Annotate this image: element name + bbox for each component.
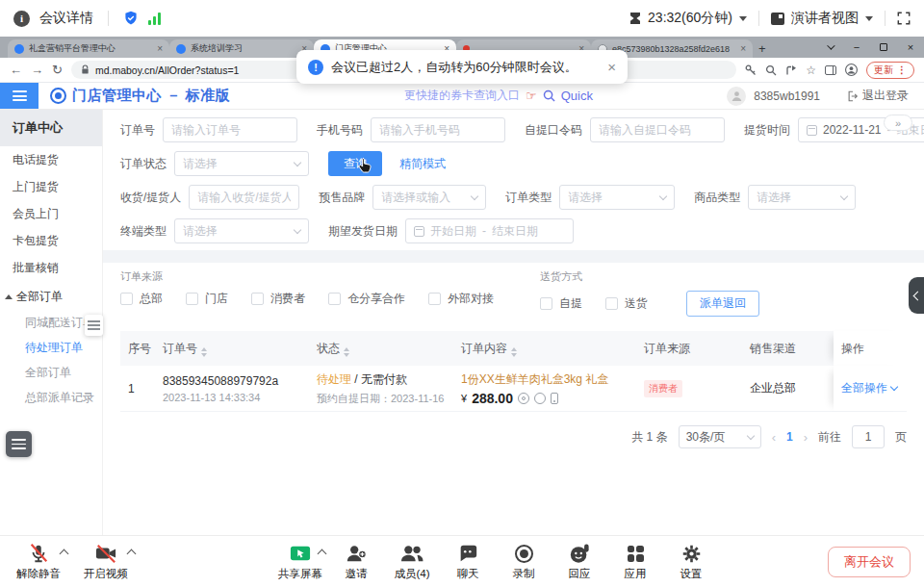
order-no-input[interactable] [163, 117, 297, 142]
sidebar-item-batch-verify[interactable]: 批量核销 [0, 254, 102, 281]
side-panel-icon[interactable] [825, 65, 836, 75]
ship-end-date-placeholder[interactable]: 结束日期 [492, 223, 538, 240]
checkbox-store[interactable]: 门店 [186, 291, 228, 307]
header-status[interactable]: 状态 [309, 341, 453, 357]
sidebar-item-phone-pickup[interactable]: 电话提货 [0, 146, 102, 173]
header-content[interactable]: 订单内容 [453, 341, 636, 357]
bookmark-star-icon[interactable]: ☆ [806, 64, 816, 76]
sidebar-item-door-pickup[interactable]: 上门提货 [0, 173, 102, 200]
apps-button[interactable]: 应用 [612, 542, 658, 581]
ship-start-date-placeholder[interactable]: 开始日期 [430, 223, 476, 240]
ship-date-range-picker[interactable]: 开始日期 - 结束日期 [405, 218, 574, 243]
invite-button[interactable]: 邀请 [333, 542, 379, 581]
share-screen-button[interactable]: 共享屏幕 [277, 542, 323, 581]
sidebar-subitem-all-orders[interactable]: 全部订单 [0, 360, 102, 385]
chat-button[interactable]: 聊天 [445, 542, 491, 581]
current-page[interactable]: 1 [786, 430, 793, 444]
goods-type-select[interactable]: 请选择 [748, 185, 856, 210]
sidebar-item-member-visit[interactable]: 会员上门 [0, 200, 102, 227]
network-signal-icon[interactable] [148, 13, 161, 25]
checkbox-delivery[interactable]: 送货 [605, 295, 648, 312]
order-gift-icon[interactable] [534, 393, 546, 404]
sidebar-subitem-hq-dispatch[interactable]: 总部派单记录 [0, 385, 102, 410]
sort-icon[interactable] [201, 347, 207, 357]
zoom-icon[interactable] [765, 64, 777, 76]
tab-close-icon[interactable]: × [740, 43, 746, 54]
collapsed-panel-handle[interactable] [909, 277, 924, 314]
sidebar-item-card-pickup[interactable]: 卡包提货 [0, 227, 102, 254]
unmute-button[interactable]: 解除静音 [12, 542, 65, 581]
quick-search-icon[interactable] [543, 89, 555, 102]
sidebar-drag-handle[interactable] [85, 315, 103, 336]
browser-update-button[interactable]: 更新 ⋮ [866, 62, 914, 79]
view-layout-icon[interactable] [771, 13, 784, 25]
sort-icon[interactable] [344, 347, 349, 357]
window-close-button[interactable]: × [897, 37, 924, 58]
mic-options-chevron-icon[interactable] [60, 549, 69, 559]
quick-label[interactable]: Quick [561, 89, 593, 103]
pickup-code-input[interactable] [590, 117, 725, 142]
sidebar-group-all-orders[interactable]: 全部订单 [0, 283, 102, 310]
browser-tab-1[interactable]: 礼盒营销平台管理中心 × [8, 39, 169, 58]
username-label[interactable]: 8385wb1991 [754, 89, 820, 103]
all-actions-dropdown[interactable]: 全部操作 [841, 380, 897, 396]
menu-hamburger-icon[interactable] [0, 83, 38, 109]
meeting-timer[interactable]: 23:32(60分钟) [648, 10, 732, 27]
view-mode-label[interactable]: 演讲者视图 [791, 10, 859, 27]
reactions-button[interactable]: 回应 [556, 542, 603, 581]
user-avatar-icon[interactable] [727, 87, 746, 106]
refresh-icon[interactable]: ↻ [52, 64, 63, 76]
share-options-chevron-icon[interactable] [318, 549, 327, 559]
page-size-select[interactable]: 30条/页 [679, 425, 761, 448]
security-shield-icon[interactable] [123, 11, 139, 26]
record-button[interactable]: 录制 [500, 542, 547, 581]
prev-page-icon[interactable]: ‹ [772, 430, 776, 445]
menu-dots-icon[interactable]: ⋮ [897, 64, 907, 75]
checkbox-hq[interactable]: 总部 [120, 291, 163, 307]
fullscreen-icon[interactable] [897, 12, 911, 25]
order-ring-icon[interactable] [518, 393, 529, 404]
password-key-icon[interactable] [745, 64, 757, 76]
checkbox-self-pickup[interactable]: 自提 [540, 295, 582, 312]
receiver-input[interactable] [189, 185, 299, 210]
dispatch-return-button[interactable]: 派单退回 [686, 291, 759, 317]
logout-button[interactable]: 退出登录 [847, 88, 909, 104]
phone-input[interactable] [371, 117, 505, 142]
window-minimize-button[interactable]: − [843, 37, 870, 58]
toast-close-icon[interactable]: × [607, 60, 616, 74]
header-order-no[interactable]: 订单号 [155, 341, 309, 357]
tab-search-icon[interactable] [816, 37, 843, 58]
sidebar-subitem-pending-orders[interactable]: 待处理订单 [0, 335, 102, 360]
checkbox-external[interactable]: 外部对接 [428, 291, 494, 307]
new-tab-button[interactable]: + [758, 42, 766, 55]
timer-dropdown-icon[interactable] [739, 16, 747, 21]
forward-icon[interactable]: → [31, 64, 43, 76]
meeting-info-icon[interactable]: i [13, 11, 30, 27]
floating-list-widget[interactable] [6, 431, 32, 457]
profile-avatar-icon[interactable] [845, 64, 858, 76]
order-type-select[interactable]: 请选择 [559, 185, 675, 210]
brand-select[interactable]: 请选择或输入 [372, 185, 486, 210]
checkbox-warehouse-share[interactable]: 仓分享合作 [328, 291, 405, 307]
next-page-icon[interactable]: › [804, 430, 808, 445]
members-button[interactable]: 成员(4) [389, 542, 435, 581]
meeting-details-label[interactable]: 会议详情 [39, 10, 93, 27]
video-options-chevron-icon[interactable] [127, 549, 137, 559]
order-no-value[interactable]: 83859345088979792a [163, 374, 309, 388]
order-status-select[interactable]: 请选择 [174, 151, 309, 176]
window-maximize-button[interactable] [870, 37, 897, 58]
leave-meeting-button[interactable]: 离开会议 [828, 547, 911, 577]
settings-button[interactable]: 设置 [668, 542, 714, 581]
share-icon[interactable] [785, 64, 797, 76]
goto-page-input[interactable] [852, 425, 885, 448]
pickup-start-date[interactable]: 2022-11-21 [823, 123, 882, 137]
search-button[interactable]: 查询 [328, 151, 382, 176]
start-video-button[interactable]: 开启视频 [79, 542, 133, 581]
checkbox-consumer[interactable]: 消费者 [251, 291, 305, 307]
filter-expand-button[interactable]: » [884, 115, 912, 131]
promo-link[interactable]: 更快捷的券卡查询入口 [404, 88, 520, 104]
tab-close-icon[interactable]: × [157, 43, 163, 54]
sort-icon[interactable] [511, 347, 517, 357]
terminal-type-select[interactable]: 请选择 [174, 218, 309, 243]
simple-mode-link[interactable]: 精简模式 [399, 156, 446, 172]
